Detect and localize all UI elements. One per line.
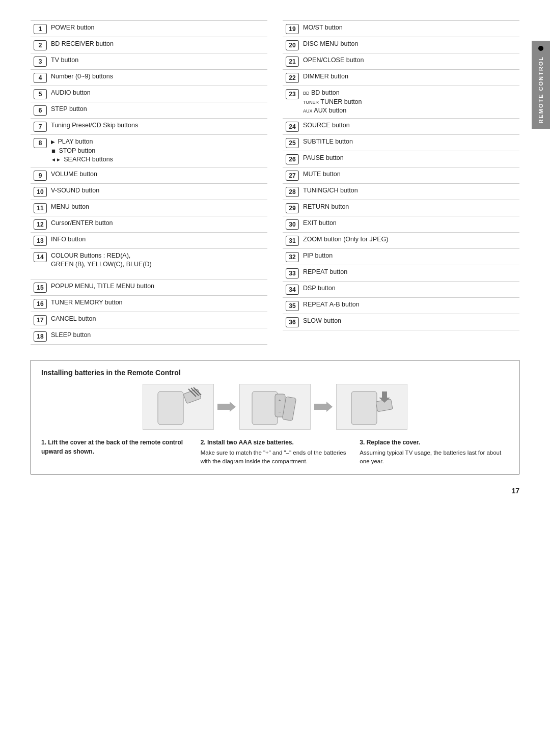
battery-image-1 [143, 384, 214, 430]
btn-number: 7 [34, 122, 47, 132]
btn-number: 4 [34, 73, 47, 83]
button-row-32: 32PIP button [283, 249, 519, 265]
btn-label: DIMMER button [303, 72, 519, 81]
btn-label: PAUSE button [303, 154, 519, 163]
btn-label: DSP button [303, 284, 519, 293]
btn-label: ▶ PLAY button⏹ STOP button◄► SEARCH butt… [51, 137, 267, 164]
page-number: 17 [511, 487, 519, 495]
battery-step-3: 3. Replace the cover. Assuming typical T… [360, 438, 509, 466]
button-row-2: 2BD RECEIVER button [31, 37, 267, 53]
button-row-7: 7Tuning Preset/CD Skip buttons [31, 119, 267, 135]
btn-number: 20 [286, 40, 299, 50]
battery-step-3-text: Assuming typical TV usage, the batteries… [360, 450, 501, 464]
button-row-5: 5AUDIO button [31, 86, 267, 102]
btn-number: 24 [286, 122, 299, 132]
battery-step-2: 2. Install two AAA size batteries. Make … [201, 438, 350, 466]
battery-section: Installing batteries in the Remote Contr… [31, 360, 519, 475]
button-row-15: 15POPUP MENU, TITLE MENU button [31, 279, 267, 296]
btn-label: POPUP MENU, TITLE MENU button [51, 282, 267, 291]
btn-number: 36 [286, 317, 299, 327]
button-row-27: 27MUTE button [283, 167, 519, 184]
btn-number: 21 [286, 57, 299, 67]
btn-label: TUNER MEMORY button [51, 298, 267, 307]
button-row-25: 25SUBTITLE button [283, 135, 519, 151]
btn-number: 2 [34, 40, 47, 50]
left-column: 1POWER button2BD RECEIVER button3TV butt… [31, 20, 267, 345]
side-tab-dot [538, 46, 543, 51]
btn-label: RETURN button [303, 203, 519, 212]
button-row-26: 26PAUSE button [283, 151, 519, 167]
btn-label: V-SOUND button [51, 186, 267, 195]
btn-label: PIP button [303, 251, 519, 261]
btn-label: INFO button [51, 235, 267, 244]
battery-image-2: + – [239, 384, 311, 430]
btn-number: 33 [286, 268, 299, 278]
button-row-13: 13INFO button [31, 233, 267, 249]
page-container: REMOTE CONTROL 1POWER button2BD RECEIVER… [0, 0, 550, 510]
btn-label: TV button [51, 56, 267, 65]
btn-number: 6 [34, 105, 47, 116]
svg-marker-11 [314, 402, 333, 412]
button-row-6: 6STEP button [31, 102, 267, 119]
btn-label: COLOUR Buttons : RED(A),GREEN (B), YELLO… [51, 251, 267, 269]
button-row-3: 3TV button [31, 53, 267, 70]
btn-number: 5 [34, 89, 47, 99]
button-row-1: 1POWER button [31, 21, 267, 37]
btn-number: 13 [34, 236, 47, 246]
btn-number: 22 [286, 73, 299, 83]
button-row-31: 31ZOOM button (Only for JPEG) [283, 233, 519, 249]
svg-text:–: – [279, 409, 281, 414]
button-row-17: 17CANCEL button [31, 312, 267, 328]
side-tab-text: REMOTE CONTROL [538, 56, 544, 124]
btn-label: EXIT button [303, 219, 519, 228]
btn-label: CANCEL button [51, 315, 267, 324]
btn-number: 28 [286, 187, 299, 197]
btn-number: 18 [34, 331, 47, 342]
btn-number: 15 [34, 283, 47, 293]
btn-label: STEP button [51, 105, 267, 114]
battery-image-3 [336, 384, 407, 430]
btn-number: 9 [34, 171, 47, 181]
button-row-19: 19MO/ST button [283, 21, 519, 37]
button-row-12: 12Cursor/ENTER button [31, 216, 267, 233]
battery-instructions: 1. Lift the cover at the back of the rem… [41, 438, 509, 466]
battery-step-2-text: Make sure to match the "+" and "–" ends … [201, 450, 346, 464]
btn-number: 8 [34, 138, 47, 148]
btn-label: SLOW button [303, 317, 519, 326]
battery-title: Installing batteries in the Remote Contr… [41, 369, 509, 377]
button-row-29: 29RETURN button [283, 200, 519, 216]
btn-number: 16 [34, 299, 47, 309]
btn-number: 29 [286, 203, 299, 213]
button-row-21: 21OPEN/CLOSE button [283, 53, 519, 70]
battery-step-2-bold: 2. Install two AAA size batteries. [201, 438, 350, 447]
svg-text:+: + [279, 398, 281, 403]
btn-label: AUDIO button [51, 89, 267, 98]
btn-number: 12 [34, 219, 47, 230]
button-row-28: 28TUNING/CH button [283, 184, 519, 200]
button-row-22: 22DIMMER button [283, 70, 519, 86]
btn-label: OPEN/CLOSE button [303, 56, 519, 65]
btn-label: DISC MENU button [303, 40, 519, 49]
button-row-23: 23BD BD buttonTUNER TUNER buttonAUX AUX … [283, 86, 519, 119]
button-row-4: 4Number (0~9) buttons [31, 70, 267, 86]
btn-number: 19 [286, 24, 299, 34]
btn-number: 11 [34, 203, 47, 213]
btn-number: 3 [34, 57, 47, 67]
svg-marker-5 [217, 402, 236, 412]
button-row-11: 11MENU button [31, 200, 267, 216]
btn-label: TUNING/CH button [303, 186, 519, 195]
btn-label: MUTE button [303, 170, 519, 179]
btn-label: BD BD buttonTUNER TUNER buttonAUX AUX bu… [303, 89, 519, 116]
svg-rect-0 [158, 391, 183, 425]
btn-label: REPEAT button [303, 268, 519, 277]
svg-rect-1 [183, 388, 201, 403]
button-row-10: 10V-SOUND button [31, 184, 267, 200]
btn-number: 27 [286, 171, 299, 181]
btn-number: 25 [286, 138, 299, 148]
btn-label: VOLUME button [51, 170, 267, 179]
btn-number: 30 [286, 219, 299, 230]
right-column: 19MO/ST button20DISC MENU button21OPEN/C… [283, 20, 519, 345]
btn-label: Number (0~9) buttons [51, 72, 267, 81]
btn-number: 1 [34, 24, 47, 34]
btn-number: 23 [286, 89, 299, 99]
